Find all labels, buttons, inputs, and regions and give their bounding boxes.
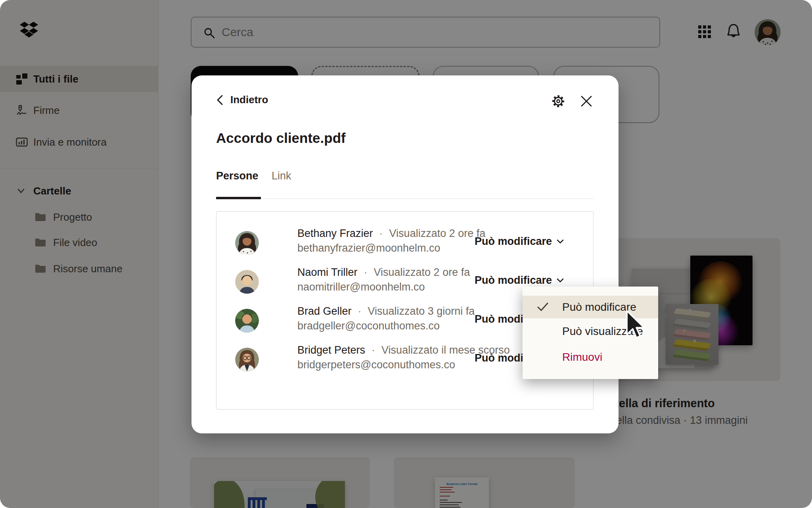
avatar <box>235 309 259 333</box>
tab-link[interactable]: Link <box>272 170 291 182</box>
chevron-down-icon <box>557 278 564 283</box>
settings-gear-icon[interactable] <box>551 94 566 109</box>
share-modal: Indietro Accordo cliente.pdf Persone Lin… <box>192 75 619 433</box>
permission-dropdown[interactable]: Può modificare <box>475 274 564 287</box>
person-email: bridgerpeters@coconuthomes.co <box>297 359 455 371</box>
back-button[interactable]: Indietro <box>216 94 268 106</box>
person-name-line: Naomi Triller·Visualizzato 2 ore fa <box>297 266 470 279</box>
back-label: Indietro <box>230 94 268 106</box>
person-name: Bethany Frazier <box>297 227 373 239</box>
person-row: Bethany Frazier·Visualizzato 2 ore fa be… <box>216 223 594 262</box>
person-email: bradgeller@coconuthomes.co <box>297 320 440 332</box>
menu-item-label: Rimuovi <box>562 351 602 364</box>
person-name: Brad Geller <box>297 305 352 317</box>
person-name: Bridget Peters <box>297 344 365 356</box>
active-tab-indicator <box>216 197 261 199</box>
permission-dropdown[interactable]: Può modificare <box>475 235 564 248</box>
menu-item-remove[interactable]: Rimuovi <box>523 344 658 370</box>
mouse-cursor <box>625 310 647 341</box>
dot-separator: · <box>372 344 375 356</box>
checkmark-icon <box>537 302 549 313</box>
avatar <box>235 270 259 294</box>
dot-separator: · <box>358 305 362 317</box>
permission-label: Può modificare <box>475 235 552 248</box>
permission-label: Può modificare <box>475 274 552 287</box>
person-status: Visualizzato 3 giorni fa <box>368 305 475 317</box>
chevron-down-icon <box>557 239 564 244</box>
avatar <box>235 231 259 255</box>
modal-title: Accordo cliente.pdf <box>216 130 346 146</box>
person-status: Visualizzato 2 ore fa <box>374 266 470 278</box>
person-status: Visualizzato 2 ore fa <box>389 227 486 239</box>
dot-separator: · <box>379 227 383 239</box>
close-icon[interactable] <box>579 94 594 109</box>
chevron-left-icon <box>216 94 223 106</box>
person-name-line: Bethany Frazier·Visualizzato 2 ore fa <box>297 227 485 240</box>
tab-persone[interactable]: Persone <box>216 170 259 182</box>
tab-rule <box>216 198 594 199</box>
person-name-line: Brad Geller·Visualizzato 3 giorni fa <box>297 305 475 318</box>
person-email: naomitriller@moonhelm.co <box>297 281 425 293</box>
person-name: Naomi Triller <box>297 266 358 278</box>
dot-separator: · <box>364 266 368 278</box>
person-email: bethanyfrazier@moonhelm.co <box>297 242 440 254</box>
avatar <box>235 348 259 371</box>
app-window: Tutti i file Firme Invia <box>0 0 812 508</box>
